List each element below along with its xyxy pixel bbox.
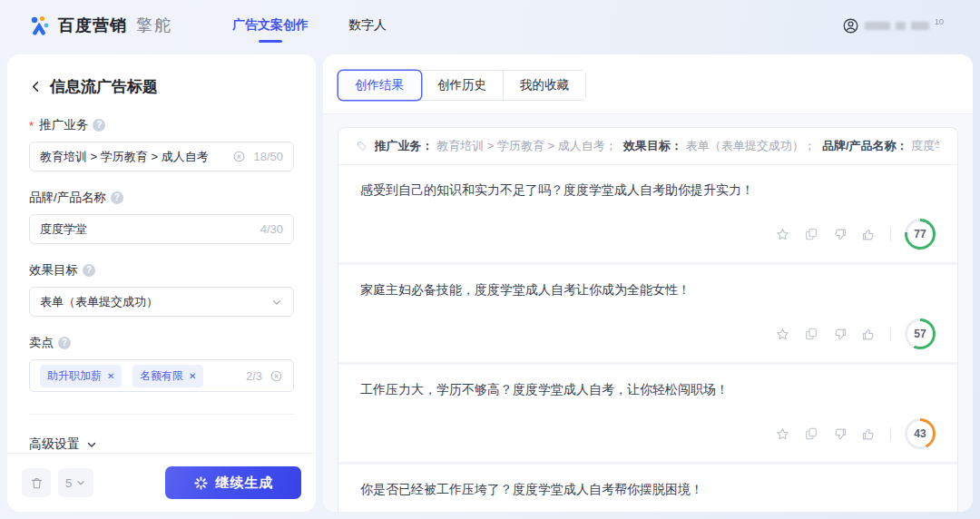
selling-point-tag[interactable]: 名额有限✕ xyxy=(132,365,203,387)
brand-logo[interactable]: 百度营销 擎舵 xyxy=(27,14,172,37)
char-counter: 4/30 xyxy=(260,222,283,236)
nav-item-label: 数字人 xyxy=(348,17,387,34)
help-icon[interactable]: ? xyxy=(58,337,71,349)
required-asterisk: * xyxy=(29,119,34,132)
help-icon[interactable]: ? xyxy=(111,191,123,204)
result-card: 你是否已经被工作压垮了？度度学堂成人自考帮你摆脱困境！ 42 xyxy=(338,465,957,512)
result-title-text: 家庭主妇必备技能，度度学堂成人自考让你成为全能女性！ xyxy=(360,282,936,299)
thumbs-up-icon[interactable] xyxy=(861,426,877,442)
favorite-star-icon[interactable] xyxy=(775,426,790,442)
quality-score-value: 43 xyxy=(907,421,933,446)
nav-item-ad-copy[interactable]: 广告文案创作 xyxy=(232,0,309,51)
field-label-business: * 推广业务 ? xyxy=(29,117,294,133)
tab-my-favorites[interactable]: 我的收藏 xyxy=(504,71,585,100)
tag-remove-icon[interactable]: ✕ xyxy=(107,371,114,381)
baidu-marketing-logo-icon xyxy=(27,14,51,37)
chevron-down-icon xyxy=(75,477,86,488)
field-business: * 推广业务 ? 教育培训 > 学历教育 > 成人自考 18/50 xyxy=(29,117,294,171)
back-and-title[interactable]: 信息流广告标题 xyxy=(29,76,294,97)
generate-spinner-icon xyxy=(193,475,209,491)
generate-count-select[interactable]: 5 xyxy=(58,468,93,497)
avatar-icon xyxy=(842,17,859,34)
copy-icon[interactable] xyxy=(804,426,818,441)
brand-product-input[interactable]: 度度学堂 4/30 xyxy=(29,214,294,244)
field-label-goal: 效果目标 ? xyxy=(29,262,294,279)
chevron-down-icon xyxy=(85,438,98,451)
top-header: 百度营销 擎舵 广告文案创作 数字人 10 xyxy=(0,0,980,54)
page-title: 信息流广告标题 xyxy=(50,76,158,97)
thumbs-up-icon[interactable] xyxy=(861,227,877,242)
tab-group: 创作结果 创作历史 我的收藏 xyxy=(338,70,586,101)
results-content: 推广业务： 教育培训 > 学历教育 > 成人自考； 效果目标： 表单（表单提交成… xyxy=(323,114,973,512)
results-tabbar: 创作结果 创作历史 我的收藏 xyxy=(323,54,973,114)
user-account[interactable]: 10 xyxy=(842,17,944,34)
card-actions: 57 xyxy=(360,318,936,349)
tag-counter: 2/3 xyxy=(246,369,262,383)
quality-score-ring: 43 xyxy=(905,418,936,449)
copy-icon[interactable] xyxy=(804,327,818,341)
redacted-username-block xyxy=(911,22,929,30)
brand-name: 百度营销 xyxy=(58,15,127,36)
clear-tags-icon[interactable] xyxy=(270,369,283,383)
result-title-text: 感受到自己的知识和实力不足了吗？度度学堂成人自考助你提升实力！ xyxy=(360,182,936,199)
result-card: 家庭主妇必备技能，度度学堂成人自考让你成为全能女性！ 57 xyxy=(338,265,957,365)
tab-creation-results[interactable]: 创作结果 xyxy=(338,71,421,100)
result-card: 感受到自己的知识和实力不足了吗？度度学堂成人自考助你提升实力！ 77 xyxy=(338,165,957,265)
results-list-container: 推广业务： 教育培训 > 学历教育 > 成人自考； 效果目标： 表单（表单提交成… xyxy=(338,127,958,512)
clear-input-icon[interactable] xyxy=(232,150,246,163)
advanced-settings-toggle[interactable]: 高级设置 xyxy=(29,436,294,453)
quality-score-value: 57 xyxy=(907,321,933,347)
active-nav-underline xyxy=(259,40,282,43)
selling-point-tag[interactable]: 助升职加薪✕ xyxy=(40,365,122,387)
divider xyxy=(890,328,891,341)
divider xyxy=(890,427,891,441)
selling-points-input[interactable]: 助升职加薪✕ 名额有限✕ 2/3 xyxy=(29,359,294,392)
field-brand-product: 品牌/产品名称 ? 度度学堂 4/30 xyxy=(29,190,294,244)
quality-score-ring: 57 xyxy=(905,318,936,349)
tag-remove-icon[interactable]: ✕ xyxy=(189,371,196,381)
favorite-star-icon[interactable] xyxy=(775,327,790,342)
summary-text: 推广业务： 教育培训 > 学历教育 > 成人自考； 效果目标： 表单（表单提交成… xyxy=(375,138,939,154)
form-footer: 5 继续生成 xyxy=(7,453,316,512)
divider xyxy=(29,414,294,415)
help-icon[interactable]: ? xyxy=(83,264,95,277)
business-input[interactable]: 教育培训 > 学历教育 > 成人自考 18/50 xyxy=(29,142,294,171)
result-title-text: 你是否已经被工作压垮了？度度学堂成人自考帮你摆脱困境！ xyxy=(360,482,936,498)
thumbs-down-icon[interactable] xyxy=(832,426,848,442)
trash-icon xyxy=(30,476,44,490)
nav-item-digital-human[interactable]: 数字人 xyxy=(348,0,387,51)
quality-score-value: 77 xyxy=(907,221,933,247)
divider xyxy=(890,228,891,241)
redacted-username-block xyxy=(896,22,906,30)
results-panel: 创作结果 创作历史 我的收藏 推广业务： 教育培训 > 学历教育 > 成人自考；… xyxy=(323,54,973,512)
thumbs-up-icon[interactable] xyxy=(861,327,877,342)
result-card: 工作压力大，学历不够高？度度学堂成人自考，让你轻松闯职场！ 43 xyxy=(338,365,957,465)
field-label-brand-product: 品牌/产品名称 ? xyxy=(29,190,294,206)
user-badge: 10 xyxy=(935,17,944,26)
nav-item-label: 广告文案创作 xyxy=(232,17,309,34)
result-title-text: 工作压力大，学历不够高？度度学堂成人自考，让你轻松闯职场！ xyxy=(360,382,936,398)
redacted-username-block xyxy=(865,22,890,30)
main-area: 信息流广告标题 * 推广业务 ? 教育培训 > 学历教育 > 成人自考 18/5… xyxy=(0,54,980,512)
field-selling-points: 卖点 ? 助升职加薪✕ 名额有限✕ 2/3 xyxy=(29,335,294,392)
card-actions: 77 xyxy=(360,219,936,250)
thumbs-down-icon[interactable] xyxy=(832,327,848,342)
back-chevron-icon[interactable] xyxy=(29,80,43,93)
favorite-star-icon[interactable] xyxy=(775,227,790,242)
brand-subname: 擎舵 xyxy=(136,15,172,36)
tab-creation-history[interactable]: 创作历史 xyxy=(421,71,504,100)
thumbs-down-icon[interactable] xyxy=(832,227,848,242)
quality-score-ring: 77 xyxy=(905,219,936,250)
copy-icon[interactable] xyxy=(804,227,818,241)
field-goal: 效果目标 ? 表单（表单提交成功） xyxy=(29,262,294,317)
generation-summary-bar: 推广业务： 教育培训 > 学历教育 > 成人自考； 效果目标： 表单（表单提交成… xyxy=(338,128,957,165)
help-icon[interactable]: ? xyxy=(93,119,105,132)
tag-icon xyxy=(357,140,368,152)
goal-select[interactable]: 表单（表单提交成功） xyxy=(29,287,294,317)
creation-form-panel: 信息流广告标题 * 推广业务 ? 教育培训 > 学历教育 > 成人自考 18/5… xyxy=(7,54,316,512)
field-label-selling-points: 卖点 ? xyxy=(29,335,294,351)
card-actions: 43 xyxy=(360,418,936,449)
primary-nav: 广告文案创作 数字人 xyxy=(232,0,387,51)
delete-button[interactable] xyxy=(22,468,51,497)
continue-generate-button[interactable]: 继续生成 xyxy=(165,466,301,499)
